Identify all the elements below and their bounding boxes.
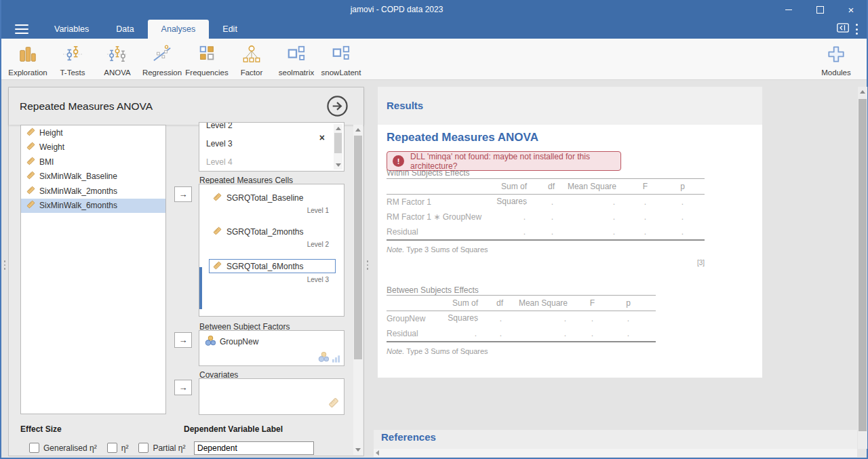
kebab-menu-icon[interactable]: [856, 24, 859, 35]
continuous-variable-icon: [26, 171, 35, 182]
dependent-variable-label-heading: Dependent Variable Label: [184, 424, 283, 434]
results-horizontal-scrollbar[interactable]: [374, 449, 857, 457]
t-tests-button[interactable]: T-Tests: [50, 39, 95, 79]
exploration-icon: [18, 45, 38, 68]
variable-name: Height: [39, 128, 63, 138]
cell-item[interactable]: SGRQTotal_2monthsLevel 2: [199, 218, 344, 252]
minimize-icon: [785, 9, 792, 11]
tab-data[interactable]: Data: [102, 20, 147, 39]
checkbox--[interactable]: [107, 443, 117, 453]
anova-button[interactable]: ANOVA: [95, 39, 140, 79]
table-cell-value: .: [623, 209, 654, 224]
error-message-box: ! DLL 'minqa' not found: maybe not insta…: [387, 151, 621, 171]
ribbon-item-label: ANOVA: [104, 68, 130, 77]
checkbox-generalised-[interactable]: [29, 443, 39, 453]
level-item[interactable]: Level 4: [199, 153, 344, 172]
collapse-panel-arrow-button[interactable]: [326, 95, 349, 117]
cell-item[interactable]: SGRQTotal_6MonthsLevel 3: [199, 252, 344, 287]
references-heading[interactable]: References: [381, 431, 436, 443]
row-label: Residual: [387, 224, 490, 239]
levels-scrollbar[interactable]: [334, 124, 342, 169]
minimize-button[interactable]: [773, 0, 804, 20]
results-vertical-scrollbar[interactable]: [858, 87, 867, 449]
close-button[interactable]: ×: [835, 0, 867, 20]
factor-button[interactable]: Factor: [229, 39, 274, 79]
scroll-up-icon[interactable]: [860, 90, 865, 94]
table-header-row: Sum of SquaresdfMean SquareFp: [387, 178, 705, 195]
cell-variable-name: SGRQTotal_6Months: [226, 262, 303, 271]
variable-item[interactable]: SixMinWalk_2months: [21, 184, 165, 199]
cell-variable[interactable]: SGRQTotal_6Months: [209, 259, 336, 273]
modules-button[interactable]: Modules: [812, 39, 860, 79]
continuous-variable-icon: [328, 397, 339, 411]
assign-between-factor-arrow-button[interactable]: →: [174, 332, 192, 348]
levels-scrollbar-thumb[interactable]: [334, 133, 342, 153]
between-subjects-table[interactable]: Sum of SquaresdfMean SquareFpGroupNew...…: [387, 295, 656, 355]
tab-variables[interactable]: Variables: [41, 20, 102, 39]
maximize-button[interactable]: [804, 0, 835, 20]
right-arrow-icon: →: [179, 335, 188, 345]
between-factor-item[interactable]: GroupNew: [199, 331, 344, 348]
scroll-up-icon[interactable]: [336, 127, 341, 130]
table-row: RM Factor 1.....: [387, 195, 705, 209]
cell-variable[interactable]: SGRQTotal_Baseline: [213, 191, 337, 204]
ribbon-item-label: Regression: [142, 68, 182, 77]
panel-results-splitter[interactable]: [366, 260, 369, 270]
exploration-button[interactable]: Exploration: [5, 39, 50, 79]
modules-label: Modules: [821, 68, 850, 77]
results-scrollbar-thumb[interactable]: [859, 99, 867, 431]
scroll-down-icon[interactable]: [336, 163, 341, 167]
seolmatrix-button[interactable]: seolmatrix: [274, 39, 319, 79]
effect-size-label: Effect Size: [20, 424, 62, 434]
options-scrollbar[interactable]: [353, 125, 363, 455]
table-row: GroupNew.....: [387, 311, 656, 326]
cell-variable-name: SGRQTotal_2months: [226, 227, 303, 237]
continuous-variable-icon: [26, 186, 35, 197]
results-analysis-title[interactable]: Repeated Measures ANOVA: [387, 131, 538, 144]
scroll-up-icon[interactable]: [355, 128, 361, 132]
left-panel-splitter[interactable]: [3, 260, 6, 270]
variable-item[interactable]: Height: [21, 125, 165, 140]
results-panel-toggle-icon[interactable]: [837, 23, 849, 35]
tab-edit[interactable]: Edit: [209, 20, 251, 39]
table-note: Note. Type 3 Sums of Squares: [387, 347, 656, 355]
assign-covariate-arrow-button[interactable]: →: [174, 380, 192, 395]
delete-level-button[interactable]: ×: [319, 133, 325, 142]
row-label: GroupNew: [387, 311, 433, 326]
variable-item[interactable]: SixMinWalk_Baseline: [21, 169, 165, 184]
hamburger-menu-icon[interactable]: [15, 24, 28, 34]
table-cell-value: .: [561, 224, 623, 239]
tab-analyses[interactable]: Analyses: [148, 20, 210, 39]
anova-icon: [107, 45, 127, 68]
cell-item[interactable]: SGRQTotal_BaselineLevel 1: [199, 184, 344, 218]
rm-factor-levels-listbox[interactable]: Level 2Level 3Level 4 ×: [199, 122, 344, 172]
checkbox-partial-[interactable]: [138, 443, 149, 453]
repeated-measures-cells-listbox[interactable]: SGRQTotal_BaselineLevel 1SGRQTotal_2mont…: [199, 184, 344, 317]
citation-marker[interactable]: [3]: [697, 259, 705, 266]
cell-variable[interactable]: SGRQTotal_2months: [213, 225, 337, 238]
effect-size-options: Generalised η²η²Partial η²: [29, 443, 195, 453]
options-scrollbar-thumb[interactable]: [354, 136, 362, 359]
frequencies-button[interactable]: Frequencies: [184, 39, 229, 79]
covariates-listbox[interactable]: [199, 378, 344, 415]
dependent-variable-label-input[interactable]: [194, 441, 314, 455]
table-cell-value: .: [574, 326, 601, 341]
assign-cells-arrow-button[interactable]: →: [174, 186, 192, 202]
analysis-title: Repeated Measures ANOVA: [20, 87, 153, 125]
regression-button[interactable]: Regression: [140, 39, 184, 79]
available-variables-listbox[interactable]: HeightWeightBMISixMinWalk_BaselineSixMin…: [20, 125, 166, 414]
within-subjects-table[interactable]: Sum of SquaresdfMean SquareFpRM Factor 1…: [387, 178, 705, 254]
maximize-icon: [816, 6, 824, 14]
scroll-down-icon[interactable]: [355, 448, 361, 452]
results-heading: Results: [387, 87, 423, 125]
variable-item[interactable]: BMI: [21, 155, 165, 169]
ribbon-item-label: seolmatrix: [279, 68, 314, 77]
scroll-left-icon[interactable]: [376, 450, 379, 456]
snowlatent-button[interactable]: snowLatent: [319, 39, 363, 79]
variable-item[interactable]: Weight: [21, 140, 165, 155]
table-cell-value: .: [623, 224, 654, 239]
between-subject-factors-listbox[interactable]: GroupNew: [199, 330, 344, 366]
variable-item[interactable]: SixMinWalk_6months: [21, 199, 165, 214]
jamovi-window: jamovi - COPD data 2023 × VariablesDataA…: [0, 0, 868, 459]
variable-name: SixMinWalk_2months: [39, 186, 117, 196]
